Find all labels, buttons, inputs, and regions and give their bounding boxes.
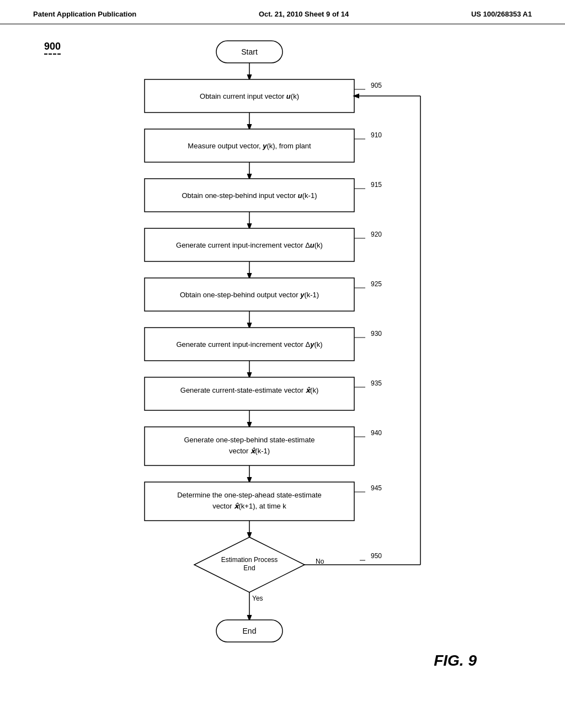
header-date-sheet: Oct. 21, 2010 Sheet 9 of 14: [259, 10, 349, 18]
svg-text:950: 950: [371, 552, 382, 560]
svg-rect-44: [145, 482, 354, 521]
flowchart-svg: Start Obtain current input vector u(k) 9…: [89, 35, 476, 697]
svg-rect-38: [145, 427, 354, 465]
page-header: Patent Application Publication Oct. 21, …: [0, 0, 565, 24]
diagram-area: 900 Start Obtain current input vector u(…: [0, 24, 565, 703]
svg-text:Obtain one-step-behind output : Obtain one-step-behind output vector y(k…: [180, 291, 319, 299]
diagram-number: 900: [44, 41, 61, 55]
svg-text:Yes: Yes: [252, 595, 263, 602]
svg-text:940: 940: [371, 429, 382, 437]
figure-label: FIG. 9: [434, 652, 477, 670]
svg-text:925: 925: [371, 280, 382, 288]
svg-text:915: 915: [371, 181, 382, 189]
svg-text:Determine the  one-step-ahead : Determine the one-step-ahead state-estim…: [177, 491, 322, 499]
svg-text:945: 945: [371, 484, 382, 492]
svg-text:Start: Start: [241, 47, 258, 56]
svg-text:Generate current input-increme: Generate current input-increment vector …: [176, 241, 323, 249]
svg-text:No: No: [316, 558, 324, 565]
svg-text:910: 910: [371, 131, 382, 139]
svg-text:920: 920: [371, 231, 382, 238]
svg-text:Obtain current input vector u(: Obtain current input vector u(k): [200, 92, 299, 100]
svg-text:End: End: [243, 627, 257, 635]
svg-text:vector  x̂(k+1), at time k: vector x̂(k+1), at time k: [212, 502, 286, 510]
svg-text:Measure output vector, y(k), f: Measure output vector, y(k), from plant: [188, 142, 311, 150]
svg-text:Estimation Process: Estimation Process: [221, 556, 278, 564]
svg-text:905: 905: [371, 82, 382, 89]
svg-text:End: End: [243, 564, 255, 572]
svg-text:930: 930: [371, 330, 382, 338]
header-publication-label: Patent Application Publication: [33, 10, 136, 18]
svg-text:Obtain one-step-behind input v: Obtain one-step-behind input vector u(k-…: [182, 191, 317, 200]
svg-text:vector   x̂(k-1): vector x̂(k-1): [229, 447, 270, 455]
svg-text:Generate current input-increme: Generate current input-increment vector …: [176, 340, 322, 349]
svg-text:Generate current-state-estimat: Generate current-state-estimate vector x…: [180, 386, 318, 394]
svg-text:Generate one-step-behind state: Generate one-step-behind state-estimate: [184, 436, 315, 444]
header-patent-number: US 100/268353 A1: [471, 10, 532, 18]
svg-text:935: 935: [371, 379, 382, 387]
